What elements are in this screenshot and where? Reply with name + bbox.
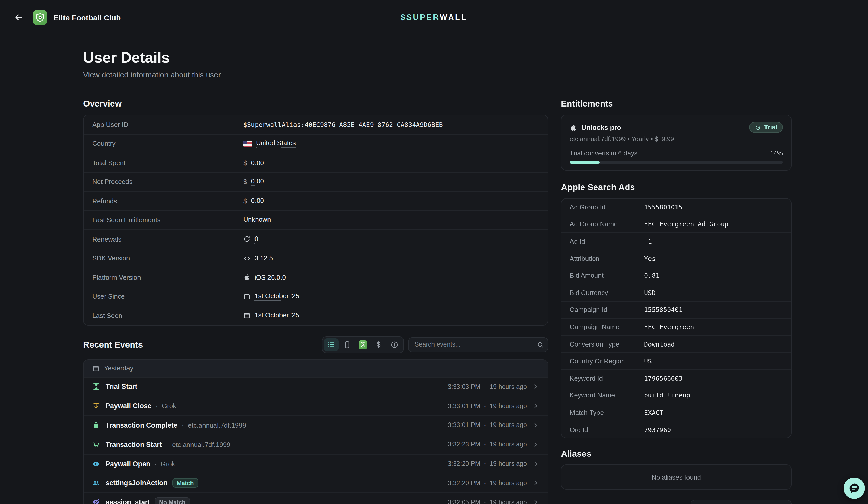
dot-separator: · (484, 383, 486, 390)
event-meta: 3:32:05 PM·19 hours ago (448, 498, 539, 504)
overview-row-value: $0.00 (243, 159, 264, 167)
event-match-badge: Match (172, 478, 198, 488)
event-filter-app-button[interactable] (355, 338, 370, 351)
overview-row-label: Total Spent (92, 159, 243, 167)
asa-row-value: 1555801015 (644, 203, 683, 211)
search-icon[interactable] (537, 341, 544, 348)
events-search-input[interactable] (414, 340, 529, 349)
event-time: 3:33:01 PM (448, 402, 480, 409)
event-filter-info-button[interactable] (387, 338, 402, 351)
event-name: Paywall Open (105, 460, 151, 468)
event-meta: 3:32:20 PM·19 hours ago (448, 460, 539, 467)
recent-events-header: Recent Events (83, 337, 548, 353)
event-row[interactable]: Transaction Complete·etc.annual.7df.1999… (84, 416, 548, 435)
event-row[interactable]: Paywall Open·Grok3:32:20 PM·19 hours ago (84, 454, 548, 474)
overview-value-text[interactable]: 1st October '25 (255, 311, 299, 320)
overview-value-text[interactable]: 0 (255, 235, 258, 244)
asa-row-label: Conversion Type (570, 340, 644, 348)
overview-value-text[interactable]: 0.00 (251, 197, 264, 206)
event-row[interactable]: Transaction Start·etc.annual.7df.19993:3… (84, 435, 548, 454)
overview-row-label: SDK Version (92, 254, 243, 262)
paywall-close-icon (92, 402, 100, 410)
event-row[interactable]: Paywall Close·Grok3:33:01 PM·19 hours ag… (84, 397, 548, 416)
overview-value-text: 0.00 (251, 159, 264, 167)
overview-row-value: iOS 26.0.0 (243, 274, 286, 281)
back-button[interactable] (12, 11, 25, 24)
event-relative-time: 19 hours ago (489, 422, 527, 429)
apple-icon (243, 274, 250, 281)
overview-row-value: 0 (243, 235, 258, 244)
asa-row-label: Campaign Id (570, 306, 644, 314)
event-filter-list-button[interactable] (324, 338, 339, 351)
app-logo-icon (33, 10, 48, 25)
asa-row-label: Attribution (570, 254, 644, 262)
overview-row: Total Spent$0.00 (84, 154, 548, 172)
event-row[interactable]: session_startNo Match3:32:05 PM·19 hours… (84, 493, 548, 504)
event-meta: 3:32:23 PM·19 hours ago (448, 441, 539, 448)
aliases-empty-card: No aliases found (561, 464, 792, 490)
asa-row-value: -1 (644, 238, 652, 245)
event-relative-time: 19 hours ago (489, 383, 527, 390)
side-column: Entitlements Unlocks pro Trial etc.annua… (561, 99, 792, 504)
asa-row-label: Ad Id (570, 238, 644, 245)
overview-value-text[interactable]: Unknown (243, 216, 271, 224)
overview-row-value: $0.00 (243, 178, 264, 186)
user-heading: User (561, 503, 580, 504)
top-bar: Elite Football Club $SUPERWALL (0, 0, 868, 35)
asa-row-value: 7937960 (644, 426, 671, 433)
event-time: 3:32:20 PM (448, 480, 480, 487)
event-name: session_start (105, 498, 150, 504)
event-row[interactable]: settingsJoinActionMatch3:32:20 PM·19 hou… (84, 474, 548, 493)
event-relative-time: 19 hours ago (489, 460, 527, 467)
asa-row: Campaign Id1555850401 (561, 302, 791, 318)
overview-row: Refunds$0.00 (84, 192, 548, 211)
hourglass-icon (92, 383, 100, 391)
overview-row: App User ID$SuperwallAlias:40EC9876-A85E… (84, 115, 548, 134)
trial-progress-bar (570, 161, 783, 164)
asa-row-label: Ad Group Id (570, 203, 644, 211)
chat-launcher-button[interactable] (844, 477, 865, 499)
event-time: 3:32:23 PM (448, 441, 480, 448)
event-meta: 3:32:20 PM·19 hours ago (448, 480, 539, 487)
overview-value-text: 3.12.5 (255, 254, 273, 262)
event-filter-dollar-button[interactable] (371, 338, 386, 351)
recent-events-heading: Recent Events (83, 340, 143, 349)
us-flag-icon (243, 141, 252, 147)
chevron-right-icon (533, 441, 539, 448)
asa-row: Conversion TypeDownload (561, 336, 791, 353)
overview-row-value: $SuperwallAlias:40EC9876-A85E-4AE9-8762-… (243, 121, 443, 128)
event-subtitle: Grok (161, 460, 175, 468)
asa-row-label: Ad Group Name (570, 220, 644, 228)
chevron-right-icon (533, 499, 539, 504)
event-relative-time: 19 hours ago (489, 441, 527, 448)
overview-value-text[interactable]: 1st October '25 (255, 292, 299, 301)
chat-bubble-icon (848, 482, 861, 495)
event-row[interactable]: Trial Start3:33:03 PM·19 hours ago (84, 377, 548, 397)
overview-row: SDK Version3.12.5 (84, 249, 548, 268)
currency-prefix: $ (243, 159, 247, 167)
user-search-box (691, 500, 792, 504)
overview-row-label: Net Proceeds (92, 178, 243, 186)
currency-prefix: $ (243, 178, 247, 186)
event-no-match-badge: No Match (155, 497, 190, 504)
event-filter-phone-button[interactable] (340, 338, 354, 351)
asa-row: Org Id7937960 (561, 421, 791, 438)
overview-row-label: Platform Version (92, 274, 243, 281)
page-title: User Details (83, 49, 548, 67)
overview-value-text[interactable]: United States (256, 139, 296, 148)
event-subtitle: etc.annual.7df.1999 (172, 441, 230, 449)
asa-row: Campaign NameEFC Evergreen (561, 318, 791, 336)
dot-separator: · (182, 421, 184, 429)
overview-row-value: $0.00 (243, 197, 264, 206)
asa-row: Ad Group NameEFC Evergreen Ad Group (561, 216, 791, 233)
event-subtitle: etc.annual.7df.1999 (188, 421, 246, 429)
cart-icon (92, 441, 100, 449)
asa-row-label: Org Id (570, 426, 644, 433)
event-relative-time: 19 hours ago (489, 402, 527, 409)
overview-row: User Since1st October '25 (84, 287, 548, 306)
app-name: Elite Football Club (53, 13, 121, 22)
apple-icon (570, 124, 577, 131)
bag-icon (92, 421, 100, 429)
overview-value-text[interactable]: 0.00 (251, 178, 264, 186)
asa-heading: Apple Search Ads (561, 183, 792, 192)
